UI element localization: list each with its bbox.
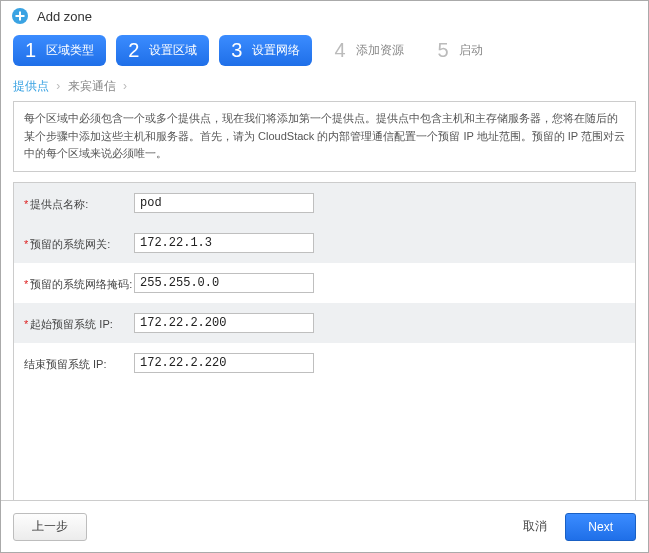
row-reserved-netmask: *预留的系统网络掩码: [14, 263, 635, 303]
row-start-ip: *起始预留系统 IP: [14, 303, 635, 343]
step-label: 区域类型 [46, 42, 94, 59]
step-label: 设置区域 [149, 42, 197, 59]
end-ip-input[interactable] [134, 353, 314, 373]
reserved-gateway-input[interactable] [134, 233, 314, 253]
label-reserved-netmask: *预留的系统网络掩码: [24, 273, 134, 292]
field-pod-name [134, 193, 314, 213]
step-2[interactable]: 2 设置区域 [116, 35, 209, 66]
label-reserved-gateway: *预留的系统网关: [24, 233, 134, 252]
step-3[interactable]: 3 设置网络 [219, 35, 312, 66]
pod-form: *提供点名称: *预留的系统网关: *预留的系统网络掩码: *起始预留系统 IP… [13, 182, 636, 522]
step-num: 1 [25, 39, 36, 62]
crumb-guest[interactable]: 来宾通信 [68, 79, 116, 93]
row-pod-name: *提供点名称: [14, 183, 635, 223]
step-label: 添加资源 [356, 42, 404, 59]
step-num: 5 [438, 39, 449, 62]
step-label: 启动 [459, 42, 483, 59]
wizard-footer: 上一步 取消 Next [1, 500, 648, 552]
field-reserved-gateway [134, 233, 314, 253]
label-start-ip: *起始预留系统 IP: [24, 313, 134, 332]
crumb-pod[interactable]: 提供点 [13, 79, 49, 93]
prev-button[interactable]: 上一步 [13, 513, 87, 541]
row-end-ip: 结束预留系统 IP: [14, 343, 635, 383]
step-1[interactable]: 1 区域类型 [13, 35, 106, 66]
field-end-ip [134, 353, 314, 373]
step-num: 4 [334, 39, 345, 62]
add-icon [11, 7, 29, 25]
step-4: 4 添加资源 [322, 35, 415, 66]
label-pod-name: *提供点名称: [24, 193, 134, 212]
pod-name-input[interactable] [134, 193, 314, 213]
step-num: 3 [231, 39, 242, 62]
chevron-right-icon: › [123, 79, 127, 93]
breadcrumb: 提供点 › 来宾通信 › [1, 74, 648, 101]
field-start-ip [134, 313, 314, 333]
step-5: 5 启动 [426, 35, 495, 66]
next-button[interactable]: Next [565, 513, 636, 541]
step-label: 设置网络 [252, 42, 300, 59]
wizard-title: Add zone [37, 9, 92, 24]
add-zone-wizard: Add zone 1 区域类型 2 设置区域 3 设置网络 4 添加资源 5 启… [0, 0, 649, 553]
label-end-ip: 结束预留系统 IP: [24, 353, 134, 372]
cancel-button[interactable]: 取消 [523, 518, 547, 535]
row-reserved-gateway: *预留的系统网关: [14, 223, 635, 263]
wizard-header: Add zone [1, 1, 648, 29]
svg-rect-2 [16, 15, 25, 17]
step-num: 2 [128, 39, 139, 62]
description-box: 每个区域中必须包含一个或多个提供点，现在我们将添加第一个提供点。提供点中包含主机… [13, 101, 636, 172]
steps-bar: 1 区域类型 2 设置区域 3 设置网络 4 添加资源 5 启动 [1, 29, 648, 74]
field-reserved-netmask [134, 273, 314, 293]
chevron-right-icon: › [56, 79, 60, 93]
start-ip-input[interactable] [134, 313, 314, 333]
reserved-netmask-input[interactable] [134, 273, 314, 293]
